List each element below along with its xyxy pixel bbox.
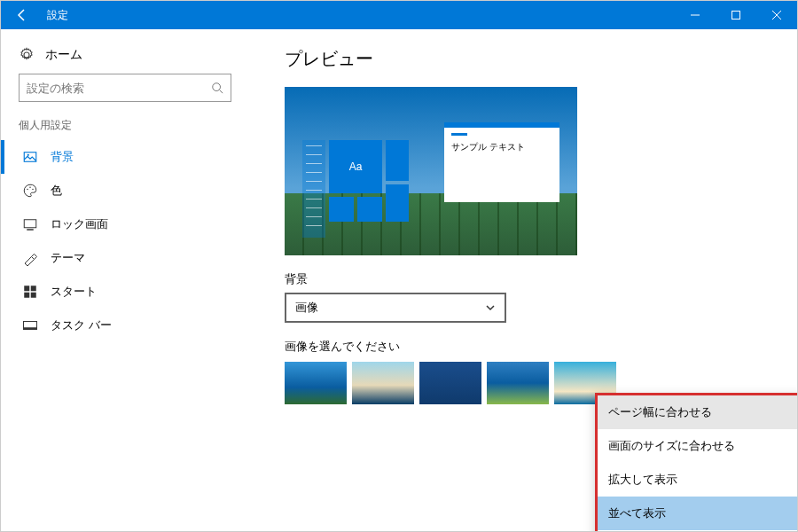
svg-rect-4	[24, 153, 36, 162]
chevron-down-icon	[485, 302, 496, 313]
maximize-button[interactable]	[716, 1, 756, 29]
svg-rect-1	[732, 12, 740, 20]
svg-point-8	[32, 189, 34, 191]
svg-point-2	[213, 83, 221, 91]
page-title: プレビュー	[285, 47, 762, 71]
thumbnail[interactable]	[487, 362, 549, 404]
lockscreen-icon	[22, 216, 38, 232]
back-button[interactable]	[1, 1, 43, 29]
combo-value: 画像	[295, 300, 318, 316]
sidebar-item-label: ロック画面	[51, 216, 108, 232]
fit-option[interactable]: 画面のサイズに合わせる	[598, 429, 797, 463]
sidebar-item-label: 色	[51, 183, 62, 199]
background-label: 背景	[285, 271, 762, 287]
home-link[interactable]: ホーム	[1, 43, 249, 74]
svg-rect-10	[27, 229, 34, 231]
window-title: 設定	[43, 8, 675, 23]
sidebar-item-lockscreen[interactable]: ロック画面	[1, 207, 249, 241]
svg-rect-13	[24, 293, 29, 298]
background-type-combo[interactable]: 画像	[285, 293, 506, 323]
fit-option[interactable]: ページ幅に合わせる	[598, 395, 797, 429]
search-icon	[211, 82, 223, 94]
svg-point-5	[27, 154, 29, 156]
svg-point-6	[27, 189, 28, 191]
sample-window: サンプル テキスト	[444, 122, 559, 202]
thumbnail[interactable]	[419, 362, 481, 404]
sidebar-item-label: スタート	[51, 284, 97, 300]
svg-point-7	[29, 187, 31, 189]
section-header: 個人用設定	[1, 118, 249, 140]
fit-option[interactable]: 並べて表示	[598, 497, 797, 530]
sidebar-item-background[interactable]: 背景	[1, 140, 249, 174]
minimize-button[interactable]	[675, 1, 716, 29]
sidebar: ホーム 個人用設定 背景 色 ロック画面	[1, 29, 249, 531]
sample-text: サンプル テキスト	[451, 142, 525, 152]
gear-icon	[19, 47, 35, 63]
fit-option[interactable]: 中央に表示	[598, 530, 797, 531]
search-input[interactable]	[19, 74, 231, 102]
titlebar: 設定	[1, 1, 797, 29]
sidebar-item-start[interactable]: スタート	[1, 275, 249, 309]
svg-rect-14	[31, 293, 36, 298]
theme-icon	[22, 250, 38, 266]
sidebar-item-colors[interactable]: 色	[1, 174, 249, 207]
svg-rect-11	[24, 286, 29, 291]
fit-option[interactable]: 拡大して表示	[598, 463, 797, 497]
sidebar-item-label: タスク バー	[51, 317, 112, 333]
fit-dropdown[interactable]: ページ幅に合わせる 画面のサイズに合わせる 拡大して表示 並べて表示 中央に表示…	[595, 393, 797, 531]
sidebar-item-taskbar[interactable]: タスク バー	[1, 309, 249, 342]
search-field[interactable]	[27, 82, 211, 95]
choose-image-label: 画像を選んでください	[285, 339, 762, 355]
close-button[interactable]	[756, 1, 797, 29]
thumbnail[interactable]	[352, 362, 414, 404]
palette-icon	[22, 183, 38, 199]
start-menu-mock: Aa	[302, 131, 409, 238]
svg-rect-16	[24, 327, 37, 329]
sidebar-item-themes[interactable]: テーマ	[1, 241, 249, 275]
home-label: ホーム	[45, 47, 82, 63]
picture-icon	[22, 149, 38, 165]
svg-rect-12	[31, 286, 36, 291]
tile-aa: Aa	[329, 140, 382, 193]
preview-image: Aa サンプル テキスト	[285, 87, 577, 255]
svg-line-3	[220, 90, 223, 94]
start-icon	[22, 284, 38, 300]
sidebar-item-label: テーマ	[51, 250, 85, 266]
main-panel: プレビュー Aa サンプル テキスト 背景 画像 画像を選んでください	[249, 29, 797, 531]
taskbar-icon	[22, 317, 38, 333]
sidebar-item-label: 背景	[51, 149, 74, 165]
thumbnail[interactable]	[285, 362, 347, 404]
svg-rect-9	[24, 220, 36, 228]
